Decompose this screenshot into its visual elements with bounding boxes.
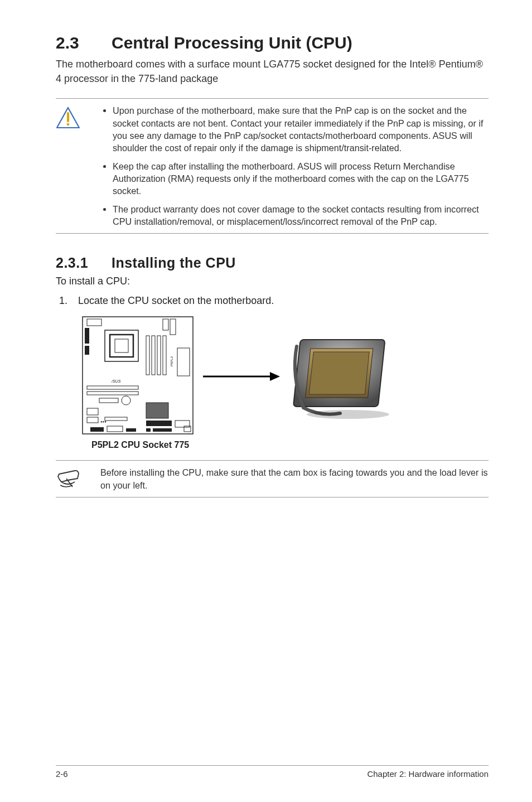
warning-item: Upon purchase of the motherboard, make s… xyxy=(113,104,489,154)
subsection-number: 2.3.1 xyxy=(56,255,112,271)
page-number: 2-6 xyxy=(56,769,68,779)
tip-text: Before installing the CPU, make sure tha… xyxy=(100,467,488,490)
svg-rect-40 xyxy=(309,352,369,394)
warning-block: Upon purchase of the motherboard, make s… xyxy=(56,99,489,233)
section-heading: 2.3Central Processing Unit (CPU) xyxy=(56,33,489,52)
svg-rect-3 xyxy=(83,317,193,434)
divider xyxy=(56,497,489,497)
section-intro: The motherboard comes with a surface mou… xyxy=(56,57,489,86)
svg-rect-8 xyxy=(85,346,89,355)
warning-icon xyxy=(56,104,100,129)
svg-text:/SUS: /SUS xyxy=(111,379,121,383)
note-icon xyxy=(56,466,100,491)
motherboard-diagram: P5PL2 /SUS ●●● xyxy=(79,313,196,439)
svg-rect-26 xyxy=(146,403,168,418)
svg-rect-5 xyxy=(163,319,168,330)
svg-rect-11 xyxy=(115,339,128,352)
svg-rect-19 xyxy=(87,386,138,389)
svg-rect-10 xyxy=(110,335,133,357)
svg-text:P5PL2: P5PL2 xyxy=(170,356,173,367)
svg-rect-7 xyxy=(85,328,89,344)
arrow-icon xyxy=(200,365,283,388)
section-title-text: Central Processing Unit (CPU) xyxy=(112,33,352,52)
svg-rect-17 xyxy=(177,348,190,376)
svg-rect-20 xyxy=(87,392,138,395)
subsection-heading: 2.3.1Installing the CPU xyxy=(56,255,489,271)
warning-list: Upon purchase of the motherboard, make s… xyxy=(100,104,489,228)
subsection-title-text: Installing the CPU xyxy=(112,255,236,270)
subsection-lead: To install a CPU: xyxy=(56,276,489,287)
svg-rect-25 xyxy=(105,417,127,421)
svg-point-2 xyxy=(67,123,70,126)
svg-rect-23 xyxy=(87,408,98,415)
svg-marker-37 xyxy=(270,372,280,381)
tip-block: Before installing the CPU, make sure tha… xyxy=(56,461,489,497)
divider xyxy=(56,233,489,234)
warning-item: Keep the cap after installing the mother… xyxy=(113,160,489,197)
svg-rect-15 xyxy=(163,336,166,375)
warning-item: The product warranty does not cover dama… xyxy=(113,203,489,228)
svg-rect-12 xyxy=(146,336,149,375)
step-item: Locate the CPU socket on the motherboard… xyxy=(70,295,489,307)
svg-rect-33 xyxy=(153,428,172,432)
svg-rect-27 xyxy=(146,421,172,426)
svg-rect-31 xyxy=(126,428,136,432)
svg-rect-6 xyxy=(170,319,176,335)
svg-rect-32 xyxy=(146,428,151,432)
section-number: 2.3 xyxy=(56,33,112,52)
figure-caption: P5PL2 CPU Socket 775 xyxy=(91,440,489,450)
page-footer: 2-6 Chapter 2: Hardware information xyxy=(56,765,489,779)
chapter-label: Chapter 2: Hardware information xyxy=(367,769,489,779)
svg-rect-14 xyxy=(157,336,161,375)
svg-rect-24 xyxy=(87,417,98,423)
svg-rect-29 xyxy=(90,427,104,432)
svg-rect-30 xyxy=(107,426,123,432)
svg-point-21 xyxy=(122,396,130,405)
cpu-socket-photo xyxy=(287,332,404,421)
svg-text:●●●: ●●● xyxy=(100,420,107,423)
svg-point-41 xyxy=(307,410,389,419)
svg-rect-22 xyxy=(99,398,118,403)
svg-rect-4 xyxy=(87,319,101,326)
steps-list: Locate the CPU socket on the motherboard… xyxy=(56,295,489,307)
figure-row: P5PL2 /SUS ●●● xyxy=(79,313,489,439)
svg-rect-13 xyxy=(152,336,155,375)
